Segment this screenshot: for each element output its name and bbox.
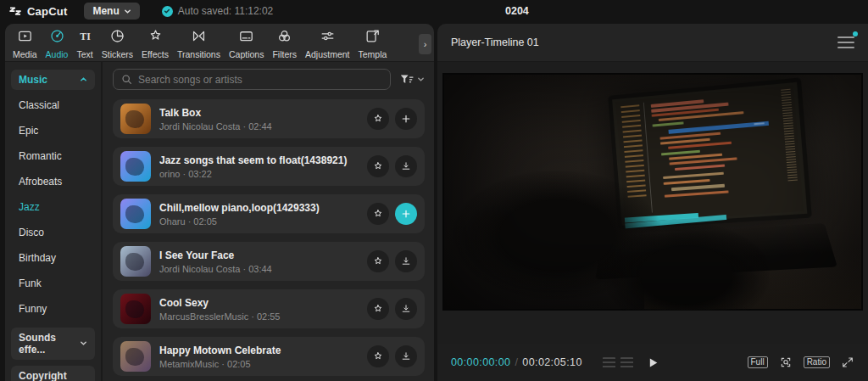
text-icon: TI bbox=[77, 28, 93, 48]
search-input[interactable] bbox=[138, 74, 382, 86]
sidebar-item-copyright[interactable]: Copyright bbox=[11, 366, 95, 381]
tab-label: Media bbox=[13, 49, 37, 59]
add-to-timeline-button[interactable] bbox=[395, 108, 417, 130]
star-icon bbox=[372, 208, 384, 220]
song-artist-duration: MetamixMusic · 02:05 bbox=[159, 359, 360, 369]
media-library-panel: MediaAudioTITextStickersEffectsTransitio… bbox=[5, 24, 434, 381]
download-icon bbox=[400, 350, 412, 362]
player-menu-icon[interactable] bbox=[837, 36, 854, 48]
sidebar-item-romantic[interactable]: Romantic bbox=[11, 143, 95, 169]
song-list: Talk BoxJordi Nicolau Costa · 02:44Jazz … bbox=[113, 99, 425, 376]
sidebar-group-music[interactable]: Music bbox=[11, 70, 95, 90]
chevron-down-icon bbox=[417, 76, 425, 83]
template-icon bbox=[364, 28, 381, 48]
sidebar-item-jazz[interactable]: Jazz bbox=[11, 194, 95, 220]
sidebar-item-disco[interactable]: Disco bbox=[11, 220, 95, 245]
song-title: I See Your Face bbox=[159, 249, 360, 261]
sidebar-item-funk[interactable]: Funk bbox=[11, 271, 95, 296]
effects-icon bbox=[147, 28, 164, 48]
play-button[interactable] bbox=[646, 356, 660, 370]
tab-label: Captions bbox=[229, 49, 264, 59]
tab-media[interactable]: Media bbox=[8, 28, 42, 59]
copyright-label: Copyright bbox=[19, 370, 67, 381]
current-time: 00:00:00:00 bbox=[451, 356, 510, 368]
sidebar-item-birthday[interactable]: Birthday bbox=[11, 245, 95, 271]
music-group-label: Music bbox=[19, 74, 47, 86]
tab-effects[interactable]: Effects bbox=[137, 28, 173, 59]
autosave-status: Auto saved: 11:12:02 bbox=[162, 5, 274, 17]
song-info: Talk BoxJordi Nicolau Costa · 02:44 bbox=[159, 107, 360, 132]
category-list: ClassicalEpicRomanticAfrobeatsJazzDiscoB… bbox=[11, 92, 95, 322]
audio-icon bbox=[49, 28, 65, 48]
full-button[interactable]: Full bbox=[748, 356, 768, 368]
library-body: Music ClassicalEpicRomanticAfrobeatsJazz… bbox=[5, 62, 434, 381]
menu-label: Menu bbox=[92, 5, 119, 17]
star-icon bbox=[372, 113, 384, 125]
favorite-button[interactable] bbox=[367, 250, 389, 272]
search-icon bbox=[121, 74, 132, 85]
favorite-button[interactable] bbox=[367, 108, 389, 130]
preview-quality-icons bbox=[603, 357, 633, 368]
timecode: 00:00:00:00/00:02:05:10 bbox=[451, 356, 582, 368]
song-actions bbox=[367, 345, 417, 367]
download-button[interactable] bbox=[395, 298, 417, 320]
ratio-button[interactable]: Ratio bbox=[804, 356, 830, 368]
song-thumbnail bbox=[120, 199, 151, 229]
star-icon bbox=[372, 350, 384, 362]
tab-label: Adjustment bbox=[305, 49, 350, 59]
song-card[interactable]: Happy Motown CelebrateMetamixMusic · 02:… bbox=[113, 337, 425, 376]
download-button[interactable] bbox=[395, 155, 417, 177]
favorite-button[interactable] bbox=[367, 155, 389, 177]
favorite-button[interactable] bbox=[367, 203, 389, 225]
player-controls: 00:00:00:00/00:02:05:10 Full Ratio bbox=[437, 344, 868, 381]
sidebar-group-sound-effects[interactable]: Sounds effe... bbox=[11, 328, 95, 360]
song-info: Jazz songs that seem to float(1438921)or… bbox=[159, 154, 360, 179]
song-card[interactable]: I See Your FaceJordi Nicolau Costa · 03:… bbox=[113, 242, 425, 281]
download-button[interactable] bbox=[395, 345, 417, 367]
sidebar-item-funny[interactable]: Funny bbox=[11, 296, 95, 322]
song-card[interactable]: Jazz songs that seem to float(1438921)or… bbox=[113, 147, 425, 186]
fullscreen-icon[interactable] bbox=[841, 356, 854, 369]
song-artist-duration: Oharu · 02:05 bbox=[159, 216, 360, 227]
filter-icon bbox=[400, 74, 414, 86]
capcut-logo-icon bbox=[8, 4, 22, 18]
favorite-button[interactable] bbox=[367, 298, 389, 320]
menu-button[interactable]: Menu bbox=[84, 3, 139, 20]
song-title: Chill,mellow piano,loop(1429333) bbox=[159, 202, 360, 214]
tab-filters[interactable]: Filters bbox=[268, 28, 301, 59]
sidebar-item-afrobeats[interactable]: Afrobeats bbox=[11, 169, 95, 194]
filter-button[interactable] bbox=[400, 74, 425, 86]
song-title: Cool Sexy bbox=[159, 297, 360, 309]
tab-transitions[interactable]: Transitions bbox=[173, 28, 225, 59]
tab-audio[interactable]: Audio bbox=[42, 28, 73, 59]
song-card[interactable]: Chill,mellow piano,loop(1429333)Oharu · … bbox=[113, 194, 425, 233]
add-to-timeline-button[interactable] bbox=[395, 203, 417, 225]
sidebar-item-epic[interactable]: Epic bbox=[11, 118, 95, 143]
tab-stickers[interactable]: Stickers bbox=[97, 28, 137, 59]
adjustment-icon bbox=[320, 28, 336, 48]
download-icon bbox=[400, 303, 412, 315]
tab-label: Effects bbox=[142, 49, 169, 59]
chevron-right-icon[interactable]: › bbox=[419, 34, 431, 54]
song-card[interactable]: Talk BoxJordi Nicolau Costa · 02:44 bbox=[113, 99, 425, 138]
tab-templa[interactable]: Templa bbox=[354, 28, 392, 59]
song-card[interactable]: Cool SexyMarcusBresslerMusic · 02:55 bbox=[113, 289, 425, 328]
song-list-column: Talk BoxJordi Nicolau Costa · 02:44Jazz … bbox=[103, 62, 434, 381]
song-info: Chill,mellow piano,loop(1429333)Oharu · … bbox=[159, 202, 360, 227]
focus-zoom-icon[interactable] bbox=[779, 356, 793, 369]
song-actions bbox=[367, 155, 417, 177]
play-icon bbox=[646, 356, 660, 370]
tab-text[interactable]: TIText bbox=[72, 28, 97, 59]
main-area: MediaAudioTITextStickersEffectsTransitio… bbox=[5, 24, 868, 381]
tab-label: Transitions bbox=[177, 49, 220, 59]
search-box[interactable] bbox=[113, 69, 391, 90]
song-thumbnail bbox=[120, 104, 151, 134]
chevron-up-icon bbox=[80, 74, 87, 86]
lines-icon bbox=[620, 357, 633, 368]
download-button[interactable] bbox=[395, 250, 417, 272]
stickers-icon bbox=[109, 28, 125, 48]
sidebar-item-classical[interactable]: Classical bbox=[11, 92, 95, 118]
favorite-button[interactable] bbox=[367, 345, 389, 367]
tab-captions[interactable]: Captions bbox=[225, 28, 268, 59]
tab-adjustment[interactable]: Adjustment bbox=[301, 28, 354, 59]
